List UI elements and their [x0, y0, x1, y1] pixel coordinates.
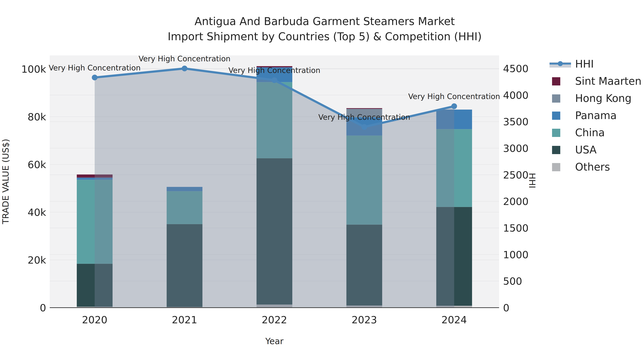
- y-left-tick-label: 0: [40, 302, 46, 314]
- legend: HHISint MaartenHong KongPanamaChinaUSAOt…: [550, 58, 642, 173]
- hhi-marker: [361, 124, 367, 130]
- legend-color-swatch: [552, 94, 560, 103]
- y-left-tick-label: 80k: [28, 111, 46, 123]
- legend-label: Sint Maarten: [575, 75, 642, 87]
- legend-color-swatch: [552, 146, 560, 154]
- legend-color-swatch: [552, 77, 560, 85]
- legend-hhi-marker-icon: [558, 61, 563, 66]
- legend-item-china[interactable]: China: [552, 127, 605, 139]
- legend-item-sint-maarten[interactable]: Sint Maarten: [552, 75, 642, 87]
- legend-color-swatch: [552, 129, 560, 137]
- legend-color-swatch: [552, 112, 560, 120]
- legend-label: USA: [575, 144, 596, 156]
- y-right-tick-label: 0: [503, 302, 510, 314]
- y-left-axis-title: TRADE VALUE (US$): [0, 139, 10, 224]
- x-tick-label-2022: 2022: [262, 314, 287, 326]
- x-tick-label-2020: 2020: [82, 314, 108, 326]
- x-axis-title: Year: [265, 336, 284, 346]
- y-right-axis-title: HHI: [527, 173, 537, 188]
- legend-item-others[interactable]: Others: [552, 161, 610, 173]
- chart-title-line2: Import Shipment by Countries (Top 5) & C…: [168, 30, 482, 43]
- legend-item-panama[interactable]: Panama: [552, 109, 617, 122]
- legend-item-hong-kong[interactable]: Hong Kong: [552, 92, 632, 104]
- legend-label: Others: [575, 161, 610, 173]
- legend-label: Hong Kong: [575, 92, 632, 104]
- legend-label: Panama: [575, 109, 617, 122]
- chart-canvas: 020k40k60k80k100k05001000150020002500300…: [0, 0, 644, 362]
- y-right-tick-label: 1500: [503, 222, 528, 234]
- hhi-marker: [182, 66, 188, 71]
- y-left-tick-label: 60k: [28, 159, 46, 170]
- legend-item-hhi[interactable]: HHI: [550, 58, 594, 70]
- y-left-tick-label: 100k: [21, 63, 46, 75]
- y-right-tick-label: 2000: [503, 196, 528, 207]
- y-left-tick-label: 20k: [28, 254, 46, 266]
- x-tick-label-2021: 2021: [172, 314, 197, 326]
- y-left-tick-label: 40k: [28, 206, 46, 218]
- legend-item-usa[interactable]: USA: [552, 144, 596, 156]
- hhi-marker: [272, 77, 277, 83]
- y-right-tick-label: 3500: [503, 116, 528, 127]
- bar-segment-sint-maarten: [346, 108, 382, 109]
- y-right-tick-label: 4000: [503, 89, 528, 101]
- chart-title-line1: Antigua And Barbuda Garment Steamers Mar…: [195, 15, 455, 27]
- hhi-marker: [451, 103, 457, 109]
- annotation-2021: Very High Concentration: [139, 54, 230, 63]
- x-tick-label-2024: 2024: [442, 314, 467, 326]
- legend-label: HHI: [575, 58, 594, 70]
- y-right-tick-label: 3000: [503, 142, 528, 154]
- y-right-tick-label: 2500: [503, 169, 528, 181]
- legend-color-swatch: [552, 163, 560, 171]
- y-right-tick-label: 4500: [503, 63, 528, 74]
- legend-label: China: [575, 127, 605, 139]
- y-right-tick-label: 1000: [503, 249, 528, 261]
- annotation-2022: Very High Concentration: [228, 66, 320, 75]
- x-tick-label-2023: 2023: [352, 314, 377, 326]
- y-right-tick-label: 500: [503, 275, 522, 287]
- hhi-marker: [92, 75, 98, 80]
- annotation-2020: Very High Concentration: [49, 63, 140, 72]
- annotation-2024: Very High Concentration: [408, 92, 500, 101]
- annotation-2023: Very High Concentration: [318, 113, 410, 122]
